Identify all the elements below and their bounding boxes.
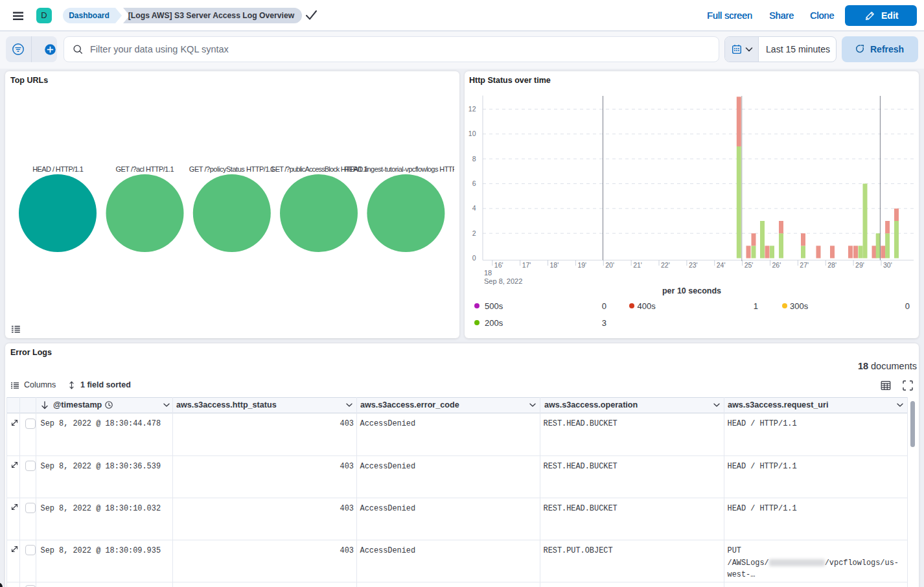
svg-text:GET /?acl HTTP/1.1: GET /?acl HTTP/1.1: [116, 165, 174, 173]
svg-text:HEAD /ingest-tutorial-vpcflowl: HEAD /ingest-tutorial-vpcflowlogs HTTP/1…: [344, 165, 454, 173]
svg-text:HEAD / HTTP/1.1: HEAD / HTTP/1.1: [32, 165, 84, 173]
svg-text:GET /?policyStatus HTTP/1.1: GET /?policyStatus HTTP/1.1: [189, 165, 275, 173]
